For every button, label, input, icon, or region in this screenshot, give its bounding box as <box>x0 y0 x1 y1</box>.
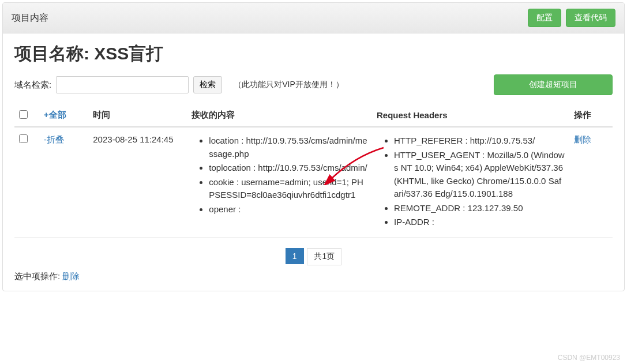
create-short-project-button[interactable]: 创建超短项目 <box>494 74 613 95</box>
header-item: HTTP_USER_AGENT : Mozilla/5.0 (Windows N… <box>394 149 565 201</box>
view-code-button[interactable]: 查看代码 <box>566 9 615 27</box>
row-checkbox[interactable] <box>19 134 28 143</box>
results-table: +全部 时间 接收的内容 Request Headers 操作 -折叠 20 <box>14 104 613 238</box>
header-item: REMOTE_ADDR : 123.127.39.50 <box>394 202 565 215</box>
content-item: cookie : username=admin; userid=1; PHPSE… <box>209 176 367 202</box>
header-item: HTTP_REFERER : http://10.9.75.53/ <box>394 134 565 148</box>
content-item: location : http://10.9.75.53/cms/admin/m… <box>209 134 367 160</box>
collapse-link[interactable]: -折叠 <box>44 134 64 144</box>
col-checkbox <box>14 104 39 127</box>
search-label: 域名检索: <box>14 80 51 91</box>
panel-header: 项目内容 配置 查看代码 <box>3 3 624 33</box>
header-buttons: 配置 查看代码 <box>528 9 615 27</box>
project-name: 项目名称: XSS盲打 <box>14 42 613 66</box>
col-action-header: 操作 <box>569 104 613 127</box>
content-item: toplocation : http://10.9.75.53/cms/admi… <box>209 162 367 175</box>
delete-row-link[interactable]: 删除 <box>574 134 591 144</box>
col-content-header: 接收的内容 <box>187 104 372 127</box>
select-all-checkbox[interactable] <box>19 110 28 119</box>
header-item: IP-ADDR : <box>394 216 565 229</box>
row-headers: HTTP_REFERER : http://10.9.75.53/HTTP_US… <box>372 127 569 237</box>
vip-note: （此功能只对VIP开放使用！） <box>234 80 344 90</box>
footer-label: 选中项操作: <box>14 271 60 281</box>
panel-title: 项目内容 <box>12 12 48 24</box>
row-time: 2023-08-25 11:24:45 <box>88 127 187 237</box>
main-panel: 项目内容 配置 查看代码 项目名称: XSS盲打 域名检索: 检索 （此功能只对… <box>2 2 625 291</box>
bulk-delete-link[interactable]: 删除 <box>62 271 80 281</box>
col-toggle: +全部 <box>39 104 89 127</box>
domain-search-input[interactable] <box>56 76 189 93</box>
page-1-button[interactable]: 1 <box>286 248 304 264</box>
table-row: -折叠 2023-08-25 11:24:45 location : http:… <box>14 127 613 237</box>
col-request-header: Request Headers <box>372 104 569 127</box>
footer-actions: 选中项操作: 删除 <box>14 271 613 282</box>
page-total-label: 共1页 <box>307 248 341 265</box>
expand-all-link[interactable]: +全部 <box>44 110 66 119</box>
config-button[interactable]: 配置 <box>528 9 561 27</box>
panel-body: 项目名称: XSS盲打 域名检索: 检索 （此功能只对VIP开放使用！） 创建超… <box>3 33 624 291</box>
content-item: opener : <box>209 203 367 216</box>
col-time-header: 时间 <box>88 104 187 127</box>
search-button[interactable]: 检索 <box>193 76 222 93</box>
pagination: 1 共1页 <box>14 248 613 265</box>
search-row: 域名检索: 检索 （此功能只对VIP开放使用！） 创建超短项目 <box>14 74 613 95</box>
row-content: location : http://10.9.75.53/cms/admin/m… <box>187 127 372 237</box>
